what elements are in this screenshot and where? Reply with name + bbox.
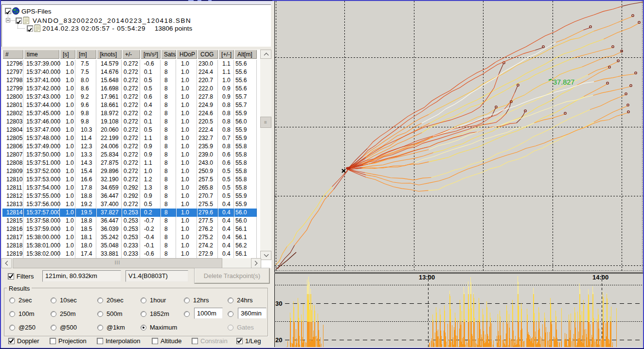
svg-text:37.827: 37.827 — [553, 78, 574, 86]
